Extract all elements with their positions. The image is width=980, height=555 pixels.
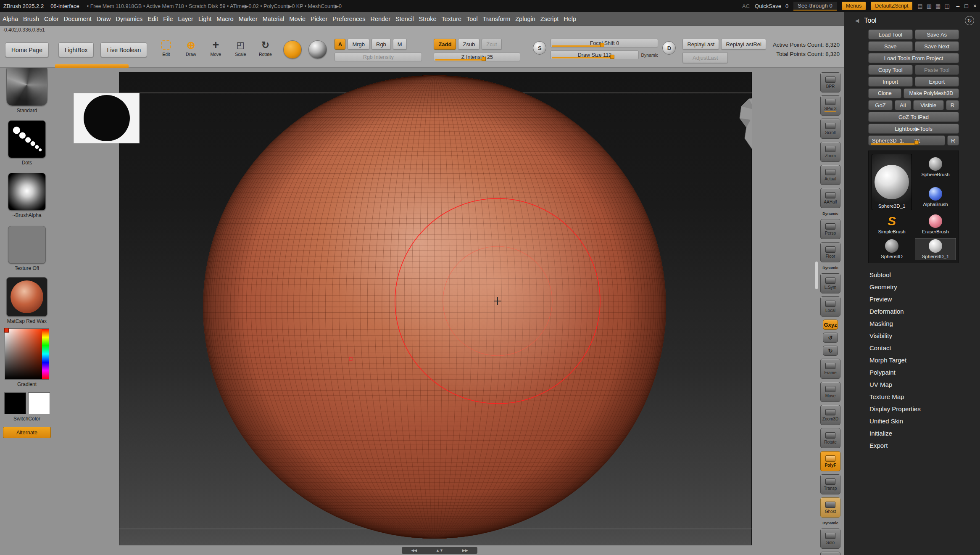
document-canvas[interactable] — [119, 72, 752, 545]
right-shelf-button[interactable]: Move — [820, 382, 840, 402]
layout-icon[interactable]: ◫ — [944, 3, 949, 9]
zsub-button[interactable]: Zsub — [458, 39, 479, 50]
clone-button[interactable]: Clone — [868, 88, 901, 98]
nav-right-arrows[interactable]: ▶▶ — [462, 548, 468, 552]
tool-item-alphabrush[interactable]: AlphaBrush — [915, 184, 956, 210]
make-polymesh3d-button[interactable]: Make PolyMesh3D — [904, 88, 959, 98]
lightbox-divider-handle[interactable] — [55, 64, 129, 68]
tool-section-header[interactable]: Export — [868, 440, 959, 452]
tool-section-header[interactable]: Visibility — [868, 330, 959, 342]
secondary-color-swatch[interactable] — [28, 392, 50, 414]
edit-mode-button[interactable]: Edit — [158, 40, 174, 57]
menu-item[interactable]: Layer — [176, 12, 196, 26]
layout-icon[interactable]: ▦ — [935, 3, 940, 9]
move-mode-button[interactable]: Move — [208, 40, 224, 57]
right-shelf-button[interactable]: Dynamic — [821, 265, 840, 270]
menu-item[interactable]: Color — [42, 12, 61, 26]
canvas-nav-widget[interactable]: ◀◀ ▲▼ ▶▶ — [402, 547, 477, 554]
right-shelf-button[interactable]: ↻ — [823, 346, 838, 356]
rotate-mode-button[interactable]: Rotate — [257, 40, 273, 57]
live-boolean-button[interactable]: Live Boolean — [100, 42, 147, 57]
lightbox-tools-button[interactable]: Lightbox▶Tools — [868, 124, 959, 134]
load-tools-from-project-button[interactable]: Load Tools From Project — [868, 53, 959, 63]
menu-item[interactable]: Document — [61, 12, 94, 26]
saturation-value-area[interactable] — [5, 329, 42, 379]
tool-item-sphere3d-1[interactable]: Sphere3D_1 — [915, 238, 956, 260]
menu-item[interactable]: Transform — [480, 12, 513, 26]
layout-icon[interactable]: ▥ — [927, 3, 932, 9]
menu-item[interactable]: Material — [260, 12, 287, 26]
replay-last-button[interactable]: ReplayLast — [682, 39, 719, 50]
right-shelf-button[interactable]: L.Sym — [820, 273, 840, 293]
right-shelf-button[interactable]: Solo — [820, 529, 840, 549]
import-button[interactable]: Import — [868, 77, 913, 87]
color-picker[interactable] — [5, 328, 49, 380]
tool-section-header[interactable]: Unified Skin — [868, 415, 959, 428]
menu-item[interactable]: Light — [196, 12, 214, 26]
current-stroke-selector[interactable] — [8, 120, 46, 158]
nav-updown-arrows[interactable]: ▲▼ — [436, 548, 443, 552]
zadd-button[interactable]: Zadd — [434, 39, 456, 50]
dynamic-draw-size-label[interactable]: Dynamic — [641, 53, 659, 58]
menu-item[interactable]: Draw — [94, 12, 113, 26]
tray-scrollbar[interactable] — [815, 262, 818, 289]
nav-left-arrows[interactable]: ◀◀ — [411, 548, 417, 552]
tool-section-header[interactable]: Display Properties — [868, 403, 959, 415]
menu-item[interactable]: Picker — [308, 12, 330, 26]
tool-section-header[interactable]: Geometry — [868, 281, 959, 293]
default-zscript-button[interactable]: DefaultZScript — [871, 2, 912, 10]
zcut-button[interactable]: Zcut — [482, 39, 501, 50]
tool-section-header[interactable]: Contact — [868, 342, 959, 354]
tool-section-header[interactable]: Masking — [868, 318, 959, 330]
main-color-swatch[interactable] — [4, 392, 26, 414]
menu-item[interactable]: Zscript — [538, 12, 561, 26]
active-color-well[interactable] — [283, 40, 302, 59]
export-button[interactable]: Export — [915, 77, 959, 87]
tool-section-header[interactable]: Deformation — [868, 306, 959, 318]
menu-item[interactable]: Stroke — [416, 12, 439, 26]
right-shelf-button[interactable]: Gxyz — [823, 320, 838, 330]
menu-item[interactable]: Movie — [287, 12, 308, 26]
right-shelf-button[interactable]: Scroll — [820, 119, 840, 139]
save-button[interactable]: Save — [868, 41, 913, 51]
menu-item[interactable]: Marker — [236, 12, 260, 26]
menu-item[interactable]: Edit — [145, 12, 161, 26]
replay-last-rel-button[interactable]: ReplayLastRel — [721, 39, 766, 50]
depth-badge[interactable]: D — [662, 41, 676, 55]
tool-section-header[interactable]: Subtool — [868, 269, 959, 281]
right-shelf-button[interactable]: Dynamic — [821, 211, 840, 216]
right-shelf-button[interactable]: Local — [820, 296, 840, 317]
menu-item[interactable]: Texture — [439, 12, 464, 26]
right-shelf-button[interactable]: PolyF — [820, 451, 840, 471]
right-shelf-button[interactable]: Rotate — [820, 428, 840, 448]
current-texture-selector[interactable] — [8, 226, 46, 264]
tool-item-spherebrush[interactable]: SphereBrush — [915, 154, 956, 180]
menu-item[interactable]: Dynamics — [113, 12, 145, 26]
current-brush-selector[interactable] — [6, 64, 47, 106]
right-shelf-button[interactable]: Actual — [820, 165, 840, 185]
menu-item[interactable]: File — [161, 12, 175, 26]
adjust-last-button[interactable]: AdjustLast — [682, 52, 728, 63]
quicksave-button[interactable]: QuickSave0 — [755, 3, 788, 9]
current-alpha-selector[interactable] — [8, 173, 46, 211]
goz-to-ipad-button[interactable]: GoZ To iPad — [868, 112, 959, 122]
menu-item[interactable]: Brush — [21, 12, 42, 26]
goz-visible-button[interactable]: Visible — [913, 100, 944, 110]
rgb-intensity-slider[interactable]: Rgb Intensity — [335, 53, 422, 61]
right-shelf-button[interactable]: Ghost — [820, 497, 840, 518]
mrgb-button[interactable]: Mrgb — [348, 39, 369, 50]
hue-strip[interactable] — [42, 329, 49, 379]
menu-item[interactable]: Help — [561, 12, 579, 26]
right-shelf-button[interactable]: Floor — [820, 242, 840, 262]
collapse-panel-icon[interactable]: ◀ — [855, 18, 859, 24]
tool-section-header[interactable]: Polypaint — [868, 367, 959, 379]
save-as-button[interactable]: Save As — [915, 29, 959, 40]
tool-item-sphere3d[interactable]: Sphere3D — [872, 238, 912, 260]
menu-item[interactable]: Macro — [214, 12, 236, 26]
tool-section-header[interactable]: Morph Target — [868, 354, 959, 367]
menu-item[interactable]: Alpha — [0, 12, 21, 26]
draw-size-slider[interactable]: Draw Size 112 — [551, 50, 638, 59]
focal-shift-slider[interactable]: Focal Shift 0 — [551, 39, 658, 48]
restore-configuration-icon[interactable]: ↻ — [965, 16, 974, 25]
tool-section-header[interactable]: Initialize — [868, 428, 959, 440]
